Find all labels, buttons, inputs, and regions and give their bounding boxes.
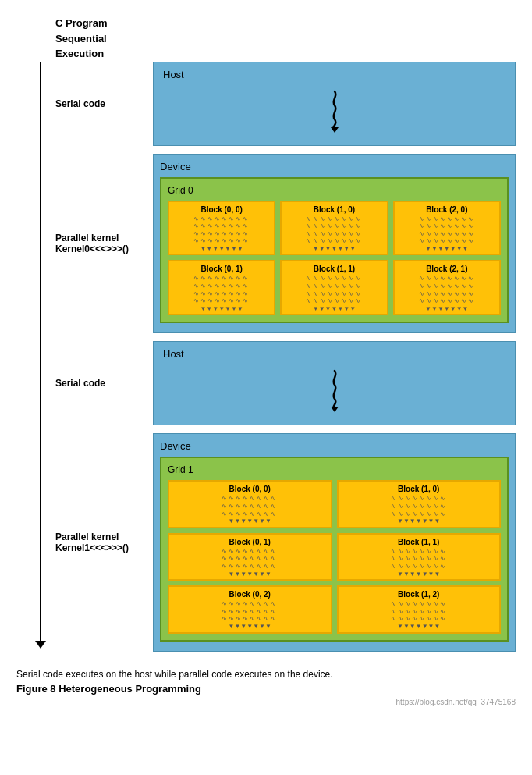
caption-text: Serial code executes on the host while p… bbox=[16, 669, 516, 680]
block-cell-0-2: Block (2, 0) ∿∿∿∿∿∿∿∿∿∿∿∿∿∿∿∿∿∿∿∿∿∿∿∿∿∿∿… bbox=[393, 201, 501, 256]
block-cell-1-0: Block (0, 1) ∿∿∿∿∿∿∿∿∿∿∿∿∿∿∿∿∿∿∿∿∿∿∿∿▼▼▼… bbox=[168, 533, 332, 581]
grid-row-1: Block (0, 1) ∿∿∿∿∿∿∿∿∿∿∿∿∿∿∿∿∿∿∿∿∿∿∿∿∿∿∿… bbox=[168, 260, 501, 315]
arrow-head bbox=[35, 641, 46, 649]
figure-label: Figure 8 Heterogeneous Programming bbox=[16, 683, 516, 695]
wavy-arrow-svg bbox=[323, 369, 346, 412]
wavy-arrow-svg bbox=[323, 90, 346, 133]
section-right-serial-1: Host bbox=[153, 62, 516, 146]
block-label: Block (0, 2) bbox=[229, 590, 271, 599]
grid-row-0: Block (0, 0) ∿∿∿∿∿∿∿∿∿∿∿∿∿∿∿∿∿∿∿∿∿∿∿∿▼▼▼… bbox=[168, 480, 501, 528]
block-cell-0-0: Block (0, 0) ∿∿∿∿∿∿∿∿∿∿∿∿∿∿∿∿∿∿∿∿∿∿∿∿∿∿∿… bbox=[168, 201, 275, 256]
header-right bbox=[153, 16, 516, 62]
block-cell-2-1: Block (1, 2) ∿∿∿∿∿∿∿∿∿∿∿∿∿∿∿∿∿∿∿∿∿∿∿∿▼▼▼… bbox=[337, 585, 502, 633]
section-right-parallel-2: Device Grid 1 Block (0, 0) ∿∿∿∿∿∿∿∿∿∿∿∿∿… bbox=[153, 433, 516, 651]
section-right-parallel-1: Device Grid 0 Block (0, 0) ∿∿∿∿∿∿∿∿∿∿∿∿∿… bbox=[153, 154, 516, 334]
block-cell-1-2: Block (2, 1) ∿∿∿∿∿∿∿∿∿∿∿∿∿∿∿∿∿∿∿∿∿∿∿∿∿∿∿… bbox=[393, 260, 501, 315]
host-box: Host bbox=[153, 341, 516, 425]
thread-waves: ∿∿∿∿∿∿∿∿∿∿∿∿∿∿∿∿∿∿∿∿∿∿∿∿▼▼▼▼▼▼▼ bbox=[222, 600, 278, 630]
section-left-parallel-2: Parallel kernel Kernel1<<<>>>() bbox=[16, 433, 153, 651]
thread-waves: ∿∿∿∿∿∿∿∿∿∿∿∿∿∿∿∿∿∿∿∿∿∿∿∿∿∿∿∿∿∿∿∿▼▼▼▼▼▼▼ bbox=[193, 215, 250, 253]
section-row-serial-2: Serial code Host bbox=[16, 341, 516, 425]
block-label: Block (0, 0) bbox=[200, 205, 242, 214]
watermark: https://blog.csdn.net/qq_37475168 bbox=[16, 698, 516, 706]
section-left-inner-serial-1: Serial code bbox=[16, 98, 105, 109]
grid-row-2: Block (0, 2) ∿∿∿∿∿∿∿∿∿∿∿∿∿∿∿∿∿∿∿∿∿∿∿∿▼▼▼… bbox=[168, 585, 501, 633]
vertical-timeline-line bbox=[40, 62, 41, 642]
device-box: Device Grid 0 Block (0, 0) ∿∿∿∿∿∿∿∿∿∿∿∿∿… bbox=[153, 154, 516, 334]
block-label: Block (0, 1) bbox=[229, 538, 271, 546]
device-label: Device bbox=[160, 161, 509, 172]
block-label: Block (2, 1) bbox=[426, 265, 467, 273]
diagram-container: C Program Sequential Execution Serial co… bbox=[16, 16, 516, 659]
thread-waves: ∿∿∿∿∿∿∿∿∿∿∿∿∿∿∿∿∿∿∿∿∿∿∿∿∿∿∿∿∿∿∿∿▼▼▼▼▼▼▼ bbox=[306, 275, 362, 312]
section-row-serial-1: Serial code Host bbox=[16, 62, 516, 146]
device-box: Device Grid 1 Block (0, 0) ∿∿∿∿∿∿∿∿∿∿∿∿∿… bbox=[153, 433, 516, 651]
block-cell-0-1: Block (1, 0) ∿∿∿∿∿∿∿∿∿∿∿∿∿∿∿∿∿∿∿∿∿∿∿∿▼▼▼… bbox=[337, 480, 502, 528]
block-label: Block (0, 0) bbox=[229, 485, 271, 493]
block-cell-0-0: Block (0, 0) ∿∿∿∿∿∿∿∿∿∿∿∿∿∿∿∿∿∿∿∿∿∿∿∿▼▼▼… bbox=[168, 480, 332, 528]
sections-container: Serial code Host Parallel kernel Kernel0… bbox=[16, 62, 516, 659]
block-cell-1-1: Block (1, 1) ∿∿∿∿∿∿∿∿∿∿∿∿∿∿∿∿∿∿∿∿∿∿∿∿∿∿∿… bbox=[280, 260, 388, 315]
section-left-serial-2: Serial code bbox=[16, 341, 153, 425]
section-left-serial-1: Serial code bbox=[16, 62, 153, 146]
thread-waves: ∿∿∿∿∿∿∿∿∿∿∿∿∿∿∿∿∿∿∿∿∿∿∿∿∿∿∿∿∿∿∿∿▼▼▼▼▼▼▼ bbox=[193, 275, 250, 312]
thread-waves: ∿∿∿∿∿∿∿∿∿∿∿∿∿∿∿∿∿∿∿∿∿∿∿∿∿∿∿∿∿∿∿∿▼▼▼▼▼▼▼ bbox=[306, 215, 362, 253]
block-label: Block (1, 1) bbox=[398, 538, 439, 546]
block-cell-1-1: Block (1, 1) ∿∿∿∿∿∿∿∿∿∿∿∿∿∿∿∿∿∿∿∿∿∿∿∿▼▼▼… bbox=[337, 533, 502, 581]
parallel-label-sub: Kernel0<<<>>>() bbox=[55, 244, 129, 254]
parallel-label-main: Parallel kernel bbox=[55, 531, 129, 542]
caption-area: Serial code executes on the host while p… bbox=[16, 669, 516, 706]
parallel-label-main: Parallel kernel bbox=[55, 233, 129, 244]
thread-waves: ∿∿∿∿∿∿∿∿∿∿∿∿∿∿∿∿∿∿∿∿∿∿∿∿▼▼▼▼▼▼▼ bbox=[222, 495, 278, 524]
block-label: Block (0, 1) bbox=[200, 265, 242, 273]
svg-marker-0 bbox=[331, 127, 339, 133]
sections-wrapper: Serial code Host Parallel kernel Kernel0… bbox=[16, 62, 516, 652]
section-right-serial-2: Host bbox=[153, 341, 516, 425]
host-box: Host bbox=[153, 62, 516, 146]
block-cell-0-1: Block (1, 0) ∿∿∿∿∿∿∿∿∿∿∿∿∿∿∿∿∿∿∿∿∿∿∿∿∿∿∿… bbox=[280, 201, 388, 256]
block-label: Block (2, 0) bbox=[426, 205, 467, 214]
block-cell-2-0: Block (0, 2) ∿∿∿∿∿∿∿∿∿∿∿∿∿∿∿∿∿∿∿∿∿∿∿∿▼▼▼… bbox=[168, 585, 332, 633]
grid-label: Grid 1 bbox=[168, 464, 501, 475]
section-left-inner-serial-2: Serial code bbox=[16, 378, 105, 389]
section-left-inner-parallel-1: Parallel kernel Kernel0<<<>>>() bbox=[16, 233, 129, 254]
block-label: Block (1, 2) bbox=[398, 590, 439, 599]
grid-label: Grid 0 bbox=[168, 185, 501, 196]
block-label: Block (1, 1) bbox=[314, 265, 355, 273]
grid-rows: Block (0, 0) ∿∿∿∿∿∿∿∿∿∿∿∿∿∿∿∿∿∿∿∿∿∿∿∿∿∿∿… bbox=[168, 201, 501, 316]
host-label: Host bbox=[163, 69, 184, 80]
serial-label: Serial code bbox=[55, 98, 105, 109]
block-label: Block (1, 0) bbox=[314, 205, 355, 214]
header-row: C Program Sequential Execution bbox=[16, 16, 516, 62]
block-cell-1-0: Block (0, 1) ∿∿∿∿∿∿∿∿∿∿∿∿∿∿∿∿∿∿∿∿∿∿∿∿∿∿∿… bbox=[168, 260, 275, 315]
grid-row-0: Block (0, 0) ∿∿∿∿∿∿∿∿∿∿∿∿∿∿∿∿∿∿∿∿∿∿∿∿∿∿∿… bbox=[168, 201, 501, 256]
grid-box: Grid 0 Block (0, 0) ∿∿∿∿∿∿∿∿∿∿∿∿∿∿∿∿∿∿∿∿… bbox=[160, 177, 509, 324]
host-label: Host bbox=[163, 348, 184, 360]
grid-rows: Block (0, 0) ∿∿∿∿∿∿∿∿∿∿∿∿∿∿∿∿∿∿∿∿∿∿∿∿▼▼▼… bbox=[168, 480, 501, 633]
section-left-parallel-1: Parallel kernel Kernel0<<<>>>() bbox=[16, 154, 153, 334]
section-row-parallel-1: Parallel kernel Kernel0<<<>>>() Device G… bbox=[16, 154, 516, 334]
thread-waves: ∿∿∿∿∿∿∿∿∿∿∿∿∿∿∿∿∿∿∿∿∿∿∿∿∿∿∿∿∿∿∿∿▼▼▼▼▼▼▼ bbox=[419, 215, 475, 253]
title-area: C Program Sequential Execution bbox=[16, 16, 153, 62]
section-left-inner-parallel-2: Parallel kernel Kernel1<<<>>>() bbox=[16, 531, 129, 553]
device-label: Device bbox=[160, 440, 509, 452]
thread-waves: ∿∿∿∿∿∿∿∿∿∿∿∿∿∿∿∿∿∿∿∿∿∿∿∿∿∿∿∿∿∿∿∿▼▼▼▼▼▼▼ bbox=[419, 275, 475, 312]
serial-label: Serial code bbox=[55, 378, 105, 389]
svg-marker-1 bbox=[331, 407, 339, 412]
thread-waves: ∿∿∿∿∿∿∿∿∿∿∿∿∿∿∿∿∿∿∿∿∿∿∿∿▼▼▼▼▼▼▼ bbox=[391, 495, 447, 524]
thread-waves: ∿∿∿∿∿∿∿∿∿∿∿∿∿∿∿∿∿∿∿∿∿∿∿∿▼▼▼▼▼▼▼ bbox=[391, 600, 447, 630]
section-row-parallel-2: Parallel kernel Kernel1<<<>>>() Device G… bbox=[16, 433, 516, 651]
grid-row-1: Block (0, 1) ∿∿∿∿∿∿∿∿∿∿∿∿∿∿∿∿∿∿∿∿∿∿∿∿▼▼▼… bbox=[168, 533, 501, 581]
thread-waves: ∿∿∿∿∿∿∿∿∿∿∿∿∿∿∿∿∿∿∿∿∿∿∿∿▼▼▼▼▼▼▼ bbox=[222, 548, 278, 578]
parallel-label-sub: Kernel1<<<>>>() bbox=[55, 542, 129, 553]
grid-box: Grid 1 Block (0, 0) ∿∿∿∿∿∿∿∿∿∿∿∿∿∿∿∿∿∿∿∿… bbox=[160, 457, 509, 641]
thread-waves: ∿∿∿∿∿∿∿∿∿∿∿∿∿∿∿∿∿∿∿∿∿∿∿∿▼▼▼▼▼▼▼ bbox=[391, 548, 447, 578]
block-label: Block (1, 0) bbox=[398, 485, 439, 493]
diagram-title: C Program Sequential Execution bbox=[55, 16, 107, 62]
